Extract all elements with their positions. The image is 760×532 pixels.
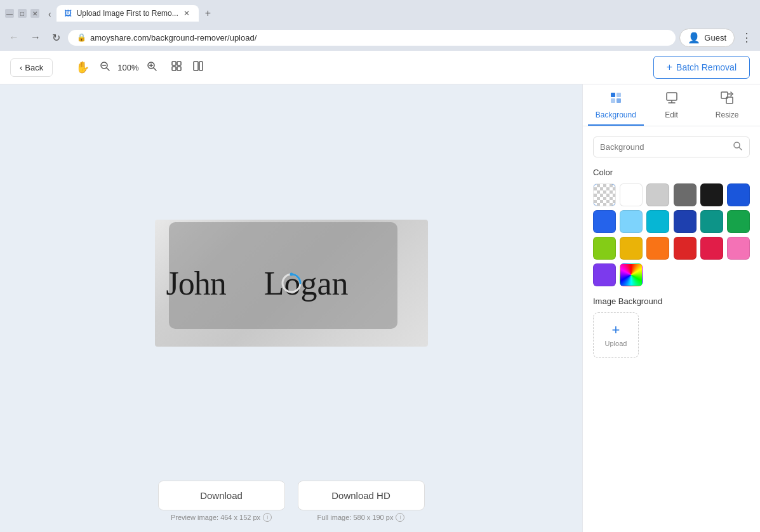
color-green[interactable] (727, 210, 750, 233)
active-tab[interactable]: 🖼 Upload Image First to Remo... ✕ (57, 5, 199, 22)
download-area: Download Preview image: 464 x 152 px i D… (0, 473, 582, 532)
svg-rect-16 (617, 93, 621, 97)
svg-line-4 (154, 68, 156, 70)
svg-rect-15 (611, 93, 615, 97)
batch-removal-button[interactable]: + Batch Removal (653, 56, 750, 79)
svg-point-14 (290, 272, 293, 276)
tab-background[interactable]: Background (588, 84, 644, 126)
back-button[interactable]: ‹ Back (10, 58, 53, 77)
back-nav-button[interactable]: ← (5, 29, 23, 46)
color-blue[interactable] (593, 210, 616, 233)
signature-text: JohnLogan (166, 264, 349, 302)
main-layout: JohnLogan Download Preview image: 464 x … (0, 84, 760, 532)
full-info-icon: i (396, 513, 404, 522)
color-purple[interactable] (593, 263, 616, 286)
full-info-text: Full image: 580 x 190 px (317, 514, 394, 521)
color-section-title: Color (593, 168, 750, 177)
background-tab-label: Background (596, 110, 636, 119)
upload-image-button[interactable]: + Upload (593, 312, 639, 358)
svg-rect-19 (667, 93, 677, 100)
profile-button[interactable]: 👤 Guest (679, 29, 735, 47)
zoom-out-button[interactable] (97, 58, 112, 76)
svg-rect-17 (611, 98, 615, 103)
color-rose[interactable] (700, 237, 723, 260)
hand-tool-icon[interactable]: ✋ (73, 58, 92, 77)
color-cyan[interactable] (646, 210, 669, 233)
color-lightgray[interactable] (646, 183, 669, 206)
download-wrapper: Download Preview image: 464 x 152 px i (158, 481, 285, 522)
zoom-value: 100% (117, 63, 138, 72)
reload-button[interactable]: ↻ (48, 29, 64, 46)
split-view-button[interactable] (189, 58, 208, 77)
browser-menu-button[interactable]: ⋮ (738, 28, 755, 47)
tab-favicon: 🖼 (64, 9, 73, 18)
color-transparent[interactable] (593, 183, 616, 206)
image-preview: JohnLogan (155, 220, 428, 347)
svg-rect-7 (172, 62, 176, 65)
back-chevron-icon: ‹ (20, 63, 22, 72)
new-tab-button[interactable]: + (200, 5, 216, 22)
download-hd-wrapper: Download HD Full image: 580 x 190 px i (298, 481, 425, 522)
upload-plus-icon: + (612, 323, 620, 337)
panel-tabs: Background Edit (583, 84, 760, 126)
preview-info-icon: i (263, 513, 272, 522)
color-white[interactable] (620, 183, 643, 206)
profile-label: Guest (704, 33, 726, 43)
download-buttons-container: Download Preview image: 464 x 152 px i D… (158, 481, 425, 522)
color-gray[interactable] (674, 183, 697, 206)
canvas-area: JohnLogan Download Preview image: 464 x … (0, 84, 582, 532)
close-button[interactable]: ✕ (30, 9, 39, 18)
image-background-section-title: Image Background (593, 296, 750, 306)
color-orange[interactable] (646, 237, 669, 260)
tab-title: Upload Image First to Remo... (77, 9, 178, 18)
url-text: amoyshare.com/background-remover/upload/ (90, 33, 667, 43)
color-black[interactable] (700, 183, 723, 206)
tab-edit[interactable]: Edit (644, 84, 700, 126)
maximize-button[interactable]: □ (18, 9, 27, 18)
address-bar[interactable]: 🔒 amoyshare.com/background-remover/uploa… (68, 30, 676, 46)
download-button[interactable]: Download (158, 481, 285, 510)
background-search-input[interactable] (600, 142, 729, 152)
svg-rect-12 (199, 62, 203, 70)
edit-tab-label: Edit (665, 110, 678, 119)
svg-rect-11 (194, 62, 198, 70)
tab-close-button[interactable]: ✕ (182, 9, 191, 18)
color-gradient[interactable] (620, 263, 643, 286)
svg-line-1 (107, 68, 109, 70)
edit-tab-icon (665, 91, 679, 108)
panel-content: Color (583, 126, 760, 532)
color-lime[interactable] (593, 237, 616, 260)
zoom-controls: ✋ 100% (73, 58, 159, 77)
view-controls (167, 58, 208, 77)
app-toolbar: ‹ Back ✋ 100% (0, 51, 760, 84)
color-yellow[interactable] (620, 237, 643, 260)
color-lightblue[interactable] (620, 210, 643, 233)
color-pink[interactable] (727, 237, 750, 260)
download-preview-info: Preview image: 464 x 152 px i (171, 513, 272, 522)
right-panel: Background Edit (582, 84, 760, 532)
svg-rect-18 (617, 98, 621, 103)
background-tab-icon (609, 91, 623, 108)
resize-tab-icon (720, 91, 734, 108)
forward-nav-button[interactable]: → (27, 29, 44, 46)
svg-rect-10 (177, 67, 181, 70)
preview-info-text: Preview image: 464 x 152 px (171, 514, 260, 521)
resize-tab-label: Resize (716, 110, 739, 119)
minimize-button[interactable]: — (5, 9, 14, 18)
color-navy[interactable] (674, 210, 697, 233)
security-icon: 🔒 (77, 33, 86, 42)
upload-label: Upload (605, 340, 627, 347)
tab-resize[interactable]: Resize (699, 84, 755, 126)
tab-scroll-left[interactable]: ‹ (44, 6, 55, 22)
zoom-in-button[interactable] (144, 58, 159, 76)
batch-label: Batch Removal (676, 62, 737, 72)
color-darkblue[interactable] (727, 183, 750, 206)
color-teal[interactable] (700, 210, 723, 233)
fit-screen-button[interactable] (167, 58, 186, 77)
color-grid (593, 183, 750, 286)
background-search[interactable] (593, 136, 750, 157)
search-button[interactable] (733, 141, 743, 153)
svg-rect-9 (172, 67, 176, 70)
download-hd-button[interactable]: Download HD (298, 481, 425, 510)
color-red[interactable] (674, 237, 697, 260)
